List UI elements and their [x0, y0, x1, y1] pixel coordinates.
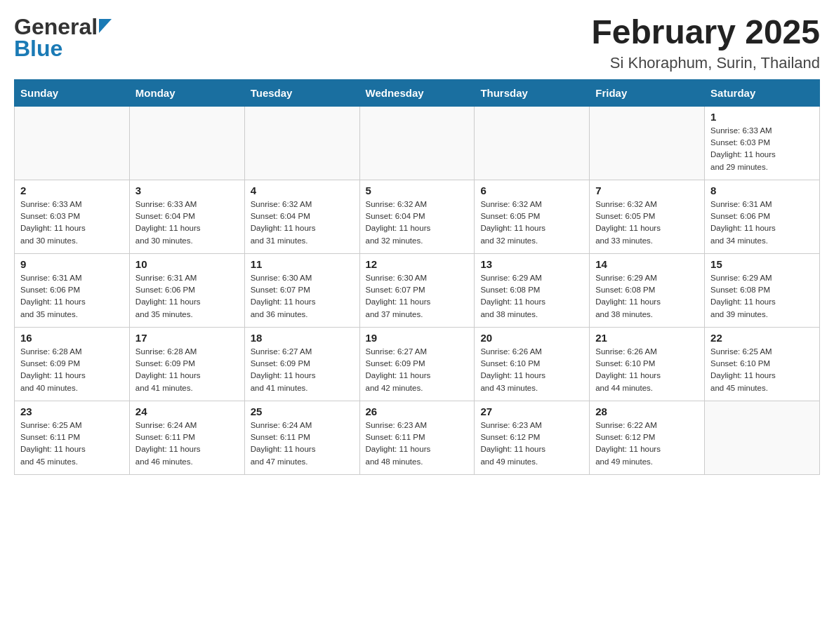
- day-info: Sunrise: 6:33 AMSunset: 6:04 PMDaylight:…: [135, 199, 239, 247]
- calendar-cell-0-6: 1Sunrise: 6:33 AMSunset: 6:03 PMDaylight…: [705, 106, 820, 180]
- day-info: Sunrise: 6:32 AMSunset: 6:04 PMDaylight:…: [366, 199, 469, 247]
- day-number: 28: [595, 405, 699, 417]
- day-number: 4: [251, 185, 354, 196]
- calendar-week-row-2: 9Sunrise: 6:31 AMSunset: 6:06 PMDaylight…: [15, 253, 820, 327]
- calendar-table: Sunday Monday Tuesday Wednesday Thursday…: [14, 79, 820, 475]
- day-number: 6: [480, 185, 583, 196]
- day-info: Sunrise: 6:25 AMSunset: 6:11 PMDaylight:…: [20, 420, 124, 468]
- day-number: 26: [366, 405, 469, 417]
- calendar-cell-1-6: 8Sunrise: 6:31 AMSunset: 6:06 PMDaylight…: [705, 180, 820, 253]
- calendar-cell-1-5: 7Sunrise: 6:32 AMSunset: 6:05 PMDaylight…: [590, 180, 705, 253]
- calendar-header-row: Sunday Monday Tuesday Wednesday Thursday…: [15, 79, 820, 106]
- calendar-cell-3-3: 19Sunrise: 6:27 AMSunset: 6:09 PMDayligh…: [359, 327, 475, 401]
- calendar-week-row-1: 2Sunrise: 6:33 AMSunset: 6:03 PMDaylight…: [15, 180, 820, 253]
- calendar-cell-4-2: 25Sunrise: 6:24 AMSunset: 6:11 PMDayligh…: [244, 401, 359, 474]
- day-number: 9: [20, 258, 124, 270]
- header-friday: Friday: [590, 79, 705, 106]
- calendar-cell-0-3: [359, 106, 475, 180]
- calendar-cell-2-4: 13Sunrise: 6:29 AMSunset: 6:08 PMDayligh…: [475, 253, 590, 327]
- day-info: Sunrise: 6:23 AMSunset: 6:12 PMDaylight:…: [480, 420, 583, 468]
- day-number: 2: [20, 185, 124, 196]
- day-info: Sunrise: 6:26 AMSunset: 6:10 PMDaylight:…: [595, 346, 699, 394]
- day-info: Sunrise: 6:30 AMSunset: 6:07 PMDaylight:…: [251, 272, 354, 321]
- day-number: 10: [135, 258, 239, 270]
- calendar-cell-1-2: 4Sunrise: 6:32 AMSunset: 6:04 PMDaylight…: [244, 180, 359, 253]
- calendar-cell-4-3: 26Sunrise: 6:23 AMSunset: 6:11 PMDayligh…: [359, 401, 475, 474]
- calendar-cell-1-3: 5Sunrise: 6:32 AMSunset: 6:04 PMDaylight…: [359, 180, 475, 253]
- day-number: 8: [710, 185, 814, 196]
- header-wednesday: Wednesday: [359, 79, 475, 106]
- calendar-cell-1-0: 2Sunrise: 6:33 AMSunset: 6:03 PMDaylight…: [15, 180, 130, 253]
- day-number: 3: [135, 185, 239, 196]
- calendar-cell-3-1: 17Sunrise: 6:28 AMSunset: 6:09 PMDayligh…: [129, 327, 244, 401]
- page-header: General Blue February 2025 Si Khoraphum,…: [14, 14, 820, 72]
- day-info: Sunrise: 6:29 AMSunset: 6:08 PMDaylight:…: [595, 272, 699, 321]
- day-number: 11: [251, 258, 354, 270]
- header-sunday: Sunday: [15, 79, 130, 106]
- day-number: 17: [135, 332, 239, 344]
- calendar-cell-2-0: 9Sunrise: 6:31 AMSunset: 6:06 PMDaylight…: [15, 253, 130, 327]
- logo-arrow-icon: [99, 19, 112, 36]
- day-number: 23: [20, 405, 124, 417]
- calendar-cell-4-5: 28Sunrise: 6:22 AMSunset: 6:12 PMDayligh…: [590, 401, 705, 474]
- day-info: Sunrise: 6:33 AMSunset: 6:03 PMDaylight:…: [20, 199, 124, 247]
- calendar-cell-0-1: [129, 106, 244, 180]
- day-number: 13: [480, 258, 583, 270]
- calendar-cell-4-6: [705, 401, 820, 474]
- day-info: Sunrise: 6:32 AMSunset: 6:05 PMDaylight:…: [480, 199, 583, 247]
- day-info: Sunrise: 6:31 AMSunset: 6:06 PMDaylight:…: [20, 272, 124, 321]
- day-number: 24: [135, 405, 239, 417]
- day-number: 19: [366, 332, 469, 344]
- calendar-cell-1-4: 6Sunrise: 6:32 AMSunset: 6:05 PMDaylight…: [475, 180, 590, 253]
- day-number: 25: [251, 405, 354, 417]
- header-saturday: Saturday: [705, 79, 820, 106]
- day-number: 21: [595, 332, 699, 344]
- day-number: 15: [710, 258, 814, 270]
- page-subtitle: Si Khoraphum, Surin, Thailand: [591, 54, 820, 72]
- day-info: Sunrise: 6:28 AMSunset: 6:09 PMDaylight:…: [135, 346, 239, 394]
- calendar-cell-2-1: 10Sunrise: 6:31 AMSunset: 6:06 PMDayligh…: [129, 253, 244, 327]
- calendar-week-row-3: 16Sunrise: 6:28 AMSunset: 6:09 PMDayligh…: [15, 327, 820, 401]
- calendar-cell-2-3: 12Sunrise: 6:30 AMSunset: 6:07 PMDayligh…: [359, 253, 475, 327]
- header-tuesday: Tuesday: [244, 79, 359, 106]
- day-info: Sunrise: 6:32 AMSunset: 6:05 PMDaylight:…: [595, 199, 699, 247]
- calendar-cell-0-5: [590, 106, 705, 180]
- calendar-cell-0-0: [15, 106, 130, 180]
- day-info: Sunrise: 6:24 AMSunset: 6:11 PMDaylight:…: [251, 420, 354, 468]
- svg-marker-0: [99, 19, 112, 33]
- calendar-cell-4-4: 27Sunrise: 6:23 AMSunset: 6:12 PMDayligh…: [475, 401, 590, 474]
- calendar-cell-1-1: 3Sunrise: 6:33 AMSunset: 6:04 PMDaylight…: [129, 180, 244, 253]
- calendar-cell-4-0: 23Sunrise: 6:25 AMSunset: 6:11 PMDayligh…: [15, 401, 130, 474]
- calendar-cell-0-4: [475, 106, 590, 180]
- day-number: 5: [366, 185, 469, 196]
- day-info: Sunrise: 6:27 AMSunset: 6:09 PMDaylight:…: [251, 346, 354, 394]
- day-number: 1: [710, 111, 814, 123]
- calendar-week-row-0: 1Sunrise: 6:33 AMSunset: 6:03 PMDaylight…: [15, 106, 820, 180]
- header-monday: Monday: [129, 79, 244, 106]
- calendar-cell-4-1: 24Sunrise: 6:24 AMSunset: 6:11 PMDayligh…: [129, 401, 244, 474]
- calendar-cell-3-0: 16Sunrise: 6:28 AMSunset: 6:09 PMDayligh…: [15, 327, 130, 401]
- day-info: Sunrise: 6:28 AMSunset: 6:09 PMDaylight:…: [20, 346, 124, 394]
- day-number: 14: [595, 258, 699, 270]
- calendar-week-row-4: 23Sunrise: 6:25 AMSunset: 6:11 PMDayligh…: [15, 401, 820, 474]
- title-block: February 2025 Si Khoraphum, Surin, Thail…: [591, 14, 820, 72]
- page-title: February 2025: [591, 14, 820, 51]
- day-info: Sunrise: 6:23 AMSunset: 6:11 PMDaylight:…: [366, 420, 469, 468]
- day-info: Sunrise: 6:22 AMSunset: 6:12 PMDaylight:…: [595, 420, 699, 468]
- logo: General Blue: [14, 14, 112, 62]
- day-info: Sunrise: 6:29 AMSunset: 6:08 PMDaylight:…: [480, 272, 583, 321]
- day-info: Sunrise: 6:24 AMSunset: 6:11 PMDaylight:…: [135, 420, 239, 468]
- day-info: Sunrise: 6:32 AMSunset: 6:04 PMDaylight:…: [251, 199, 354, 247]
- day-number: 12: [366, 258, 469, 270]
- day-info: Sunrise: 6:31 AMSunset: 6:06 PMDaylight:…: [135, 272, 239, 321]
- header-thursday: Thursday: [475, 79, 590, 106]
- day-number: 16: [20, 332, 124, 344]
- day-number: 22: [710, 332, 814, 344]
- calendar-cell-2-2: 11Sunrise: 6:30 AMSunset: 6:07 PMDayligh…: [244, 253, 359, 327]
- day-info: Sunrise: 6:26 AMSunset: 6:10 PMDaylight:…: [480, 346, 583, 394]
- logo-blue-text: Blue: [14, 36, 62, 61]
- day-number: 18: [251, 332, 354, 344]
- calendar-cell-2-6: 15Sunrise: 6:29 AMSunset: 6:08 PMDayligh…: [705, 253, 820, 327]
- calendar-cell-3-4: 20Sunrise: 6:26 AMSunset: 6:10 PMDayligh…: [475, 327, 590, 401]
- day-number: 20: [480, 332, 583, 344]
